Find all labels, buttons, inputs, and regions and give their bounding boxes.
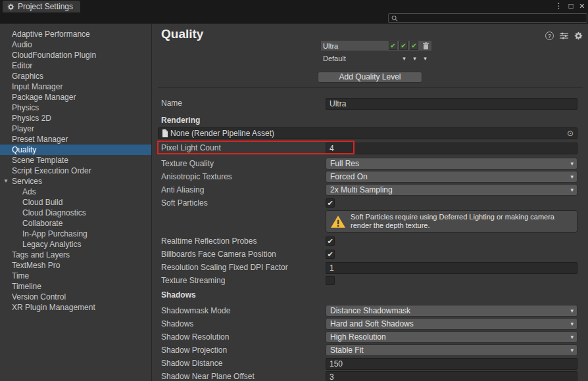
sidebar-item-quality[interactable]: Quality: [0, 145, 151, 155]
sidebar-item-physics[interactable]: Physics: [0, 102, 151, 113]
anti-aliasing-row: Anti Aliasing 2x Multi Sampling ▾: [161, 184, 577, 196]
sidebar-item-graphics[interactable]: Graphics: [0, 71, 151, 81]
sidebar-item-player[interactable]: Player: [0, 123, 151, 134]
anti-aliasing-label: Anti Aliasing: [161, 185, 204, 194]
sidebar-item-version-control[interactable]: Version Control: [0, 292, 151, 302]
sidebar-item-legacy-analytics[interactable]: Legacy Analytics: [0, 239, 151, 250]
sidebar-item-audio[interactable]: Audio: [0, 39, 151, 50]
titlebar: Project Settings ⋮ □ ×: [0, 0, 588, 12]
anisotropic-textures-dropdown[interactable]: Forced On ▾: [326, 171, 577, 183]
shadow-near-plane-offset-row: Shadow Near Plane Offset: [161, 370, 577, 381]
default-label: Default: [323, 55, 398, 62]
resolution-scaling-field[interactable]: [326, 262, 577, 274]
shadows-row: Shadows Hard and Soft Shadows ▾: [161, 318, 577, 330]
shadow-distance-label: Shadow Distance: [161, 359, 222, 368]
presets-icon[interactable]: [560, 32, 568, 39]
sidebar-item-physics-2d[interactable]: Physics 2D: [0, 113, 151, 123]
chevron-down-icon[interactable]: ▾: [400, 55, 408, 62]
maximize-icon[interactable]: □: [569, 0, 574, 12]
chevron-down-icon[interactable]: ▾: [421, 55, 429, 62]
help-icon[interactable]: ?: [545, 32, 554, 40]
render-pipeline-asset-field[interactable]: None (Render Pipeline Asset) ⊙: [158, 127, 577, 139]
resolution-scaling-row: Resolution Scaling Fixed DPI Factor: [161, 261, 577, 273]
window-tab[interactable]: Project Settings: [3, 1, 80, 12]
sidebar-item-package-manager[interactable]: Package Manager: [0, 92, 151, 102]
sidebar-item-label: Services: [12, 177, 42, 186]
sidebar-item-script-execution-order[interactable]: Script Execution Order: [0, 166, 151, 176]
realtime-reflection-probes-label: Realtime Reflection Probes: [161, 236, 257, 246]
shadow-resolution-label: Shadow Resolution: [161, 332, 229, 342]
shadows-dropdown[interactable]: Hard and Soft Shadows ▾: [326, 318, 577, 330]
billboards-face-camera-checkbox[interactable]: ✔: [326, 250, 335, 259]
search-input[interactable]: [400, 14, 584, 22]
shadows-value: Hard and Soft Shadows: [330, 319, 414, 328]
separator: [158, 87, 583, 88]
soft-particles-checkbox[interactable]: ✔: [326, 198, 335, 208]
sidebar-item-cloud-diagnostics[interactable]: Cloud Diagnostics: [0, 208, 151, 218]
sidebar-item-input-manager[interactable]: Input Manager: [0, 81, 151, 92]
close-icon[interactable]: ×: [579, 0, 585, 12]
chevron-down-icon: ▾: [570, 345, 574, 355]
sidebar-item-services[interactable]: ▼ Services: [0, 176, 151, 187]
chevron-down-icon: ▾: [570, 332, 574, 342]
platform-check-icon[interactable]: ✔: [399, 41, 408, 50]
search-box[interactable]: [388, 13, 587, 23]
shadow-projection-row: Shadow Projection Stable Fit ▾: [161, 344, 577, 356]
chevron-down-icon: ▾: [570, 185, 574, 195]
sidebar-item-adaptive-performance[interactable]: Adaptive Performance: [0, 29, 151, 39]
sidebar-item-timeline[interactable]: Timeline: [0, 281, 151, 292]
texture-streaming-checkbox[interactable]: [326, 276, 335, 285]
texture-quality-dropdown[interactable]: Full Res ▾: [326, 158, 577, 169]
trash-icon[interactable]: [422, 42, 429, 50]
add-quality-level-button[interactable]: Add Quality Level: [318, 72, 422, 83]
texture-quality-value: Full Res: [330, 159, 359, 168]
sidebar-item-textmesh-pro[interactable]: TextMesh Pro: [0, 260, 151, 271]
quality-level-name: Ultra: [323, 42, 387, 50]
pixel-light-count-field[interactable]: [326, 143, 577, 154]
sidebar-item-collaborate[interactable]: Collaborate: [0, 218, 151, 229]
texture-quality-row: Texture Quality Full Res ▾: [161, 158, 577, 169]
shadow-resolution-dropdown[interactable]: High Resolution ▾: [326, 331, 577, 343]
sidebar-item-xr-plugin-management[interactable]: XR Plugin Management: [0, 302, 151, 313]
sidebar-item-editor[interactable]: Editor: [0, 60, 151, 71]
shadowmask-mode-row: Shadowmask Mode Distance Shadowmask ▾: [161, 305, 577, 317]
name-field[interactable]: [326, 98, 577, 110]
default-quality-row: Default ▾ ▾ ▾: [321, 53, 431, 63]
shadow-resolution-row: Shadow Resolution High Resolution ▾: [161, 331, 577, 343]
chevron-down-icon: ▾: [570, 305, 574, 316]
menu-icon[interactable]: ⋮: [555, 0, 563, 12]
sidebar-item-tags-and-layers[interactable]: Tags and Layers: [0, 250, 151, 260]
chevron-down-icon: ▾: [570, 171, 574, 182]
soft-particles-label: Soft Particles: [161, 198, 208, 208]
sidebar-item-in-app-purchasing[interactable]: In-App Purchasing: [0, 229, 151, 239]
sidebar-item-cloudfoundation-plugin[interactable]: CloudFoundation Plugin: [0, 50, 151, 60]
resolution-scaling-label: Resolution Scaling Fixed DPI Factor: [161, 263, 288, 272]
shadows-label: Shadows: [161, 319, 193, 328]
sidebar-item-time[interactable]: Time: [0, 271, 151, 281]
texture-streaming-label: Texture Streaming: [161, 276, 225, 285]
chevron-down-icon[interactable]: ▾: [410, 55, 419, 62]
shadow-near-plane-offset-field[interactable]: [326, 371, 577, 381]
quality-panel: Quality ? Ultra ✔ ✔ ✔ Default ▾ ▾ ▾: [153, 24, 588, 381]
shadow-projection-label: Shadow Projection: [161, 346, 227, 355]
platform-check-icon[interactable]: ✔: [389, 41, 397, 50]
shadow-distance-field[interactable]: [326, 358, 577, 370]
texture-streaming-row: Texture Streaming: [161, 275, 577, 286]
quality-level-row-ultra[interactable]: Ultra ✔ ✔ ✔: [321, 41, 431, 51]
texture-quality-label: Texture Quality: [161, 159, 214, 168]
platform-check-icon[interactable]: ✔: [410, 41, 418, 50]
realtime-reflection-probes-checkbox[interactable]: ✔: [326, 236, 335, 246]
gear-icon[interactable]: [574, 32, 583, 40]
sidebar-item-scene-template[interactable]: Scene Template: [0, 155, 151, 166]
anti-aliasing-dropdown[interactable]: 2x Multi Sampling ▾: [326, 184, 577, 196]
object-picker-icon[interactable]: ⊙: [567, 128, 574, 139]
shadow-projection-value: Stable Fit: [330, 346, 364, 355]
foldout-triangle-icon[interactable]: ▼: [3, 176, 9, 187]
sidebar-item-cloud-build[interactable]: Cloud Build: [0, 197, 151, 208]
sidebar-item-ads[interactable]: Ads: [0, 187, 151, 197]
shadow-projection-dropdown[interactable]: Stable Fit ▾: [326, 344, 577, 356]
pixel-light-count-label: Pixel Light Count: [161, 143, 221, 152]
shadowmask-mode-dropdown[interactable]: Distance Shadowmask ▾: [326, 305, 577, 317]
shadow-near-plane-offset-label: Shadow Near Plane Offset: [161, 372, 255, 381]
sidebar-item-preset-manager[interactable]: Preset Manager: [0, 134, 151, 145]
